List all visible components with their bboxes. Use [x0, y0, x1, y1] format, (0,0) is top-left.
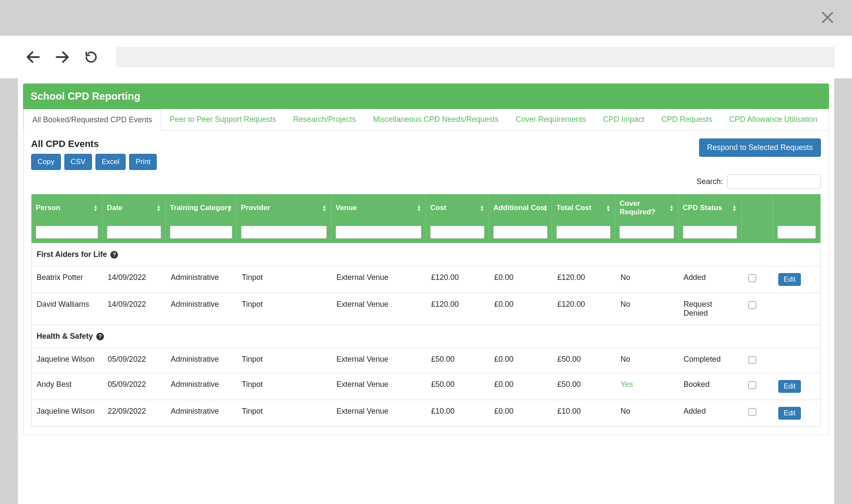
respond-button[interactable]: Respond to Selected Requests: [699, 138, 821, 157]
column-filter[interactable]: [170, 226, 232, 239]
cell: £50.00: [552, 373, 615, 400]
column-filter[interactable]: [336, 226, 421, 239]
column-filter[interactable]: [683, 226, 737, 239]
column-filter[interactable]: [777, 226, 816, 239]
copy-button[interactable]: Copy: [31, 154, 61, 170]
tab-misc[interactable]: Miscellaneous CPD Needs/Requests: [364, 109, 507, 130]
column-filter[interactable]: [107, 226, 161, 239]
close-icon[interactable]: [818, 7, 839, 28]
tab-allowance[interactable]: CPD Allowance Utilisation: [721, 109, 826, 130]
cell: Andy Best: [32, 373, 103, 400]
help-icon[interactable]: ?: [110, 251, 118, 259]
sort-icon[interactable]: ▲▼: [93, 204, 98, 211]
column-header[interactable]: Cost▲▼: [426, 194, 489, 222]
column-header[interactable]: [742, 194, 773, 222]
column-filter[interactable]: [430, 226, 484, 239]
section-title: All CPD Events: [31, 138, 157, 150]
cell: 22/09/2022: [103, 400, 166, 426]
edit-button[interactable]: Edit: [778, 380, 801, 393]
column-header[interactable]: Total Cost▲▼: [552, 194, 615, 222]
help-icon[interactable]: ?: [96, 333, 104, 340]
cell: 14/09/2022: [103, 293, 166, 325]
search-label: Search:: [697, 177, 723, 186]
back-icon[interactable]: [24, 48, 43, 66]
forward-icon[interactable]: [53, 48, 72, 66]
cell: No: [615, 348, 678, 373]
row-select-checkbox[interactable]: [748, 301, 756, 309]
cell: External Venue: [331, 266, 426, 293]
column-header[interactable]: Training Category▲▼: [166, 194, 237, 222]
row-select-checkbox[interactable]: [748, 356, 756, 364]
column-header[interactable]: Provider▲▼: [237, 194, 331, 222]
table-row: Jaqueline Wilson05/09/2022Administrative…: [32, 348, 820, 373]
column-filter[interactable]: [493, 226, 547, 239]
cell: Request Denied: [679, 293, 742, 325]
sort-icon[interactable]: ▲▼: [417, 204, 421, 211]
cell: Added: [679, 400, 742, 426]
column-header[interactable]: Cover Required?▲▼: [615, 194, 678, 222]
column-filter[interactable]: [619, 226, 674, 239]
tabs: All Booked/Requested CPD EventsPeer to P…: [23, 109, 829, 131]
cell: £120.00: [426, 266, 489, 293]
edit-button[interactable]: Edit: [778, 407, 801, 420]
cell: Beatrix Potter: [32, 266, 103, 293]
cell: Jaqueline Wilson: [32, 400, 103, 426]
sort-icon[interactable]: ▲▼: [322, 204, 327, 211]
cell: Added: [679, 266, 742, 293]
column-filter[interactable]: [241, 226, 327, 239]
cell: £10.00: [552, 400, 615, 426]
cell: £120.00: [426, 293, 489, 325]
column-filter[interactable]: [36, 226, 98, 239]
column-header[interactable]: [773, 194, 820, 222]
column-header[interactable]: Date▲▼: [103, 194, 166, 222]
tab-all[interactable]: All Booked/Requested CPD Events: [23, 109, 161, 131]
row-select-checkbox[interactable]: [748, 408, 756, 416]
excel-button[interactable]: Excel: [95, 154, 126, 170]
sort-icon[interactable]: ▲▼: [156, 204, 161, 211]
sort-icon[interactable]: ▲▼: [606, 204, 611, 211]
column-header[interactable]: Additional Cost▲▼: [489, 194, 552, 222]
search-input[interactable]: [727, 174, 821, 189]
edit-button[interactable]: Edit: [778, 273, 801, 286]
cell: Tinpot: [237, 266, 331, 293]
cell: No: [615, 266, 678, 293]
cell: Administrative: [166, 293, 237, 325]
tab-cover[interactable]: Cover Requirements: [507, 109, 595, 130]
csv-button[interactable]: CSV: [64, 154, 92, 170]
tab-peer[interactable]: Peer to Peer Support Requests: [161, 109, 285, 130]
cell: No: [615, 293, 678, 325]
browser-chrome: [0, 36, 852, 78]
cell: Administrative: [166, 373, 237, 400]
sort-icon[interactable]: ▲▼: [732, 204, 737, 211]
column-header[interactable]: Person▲▼: [32, 194, 103, 222]
tab-research[interactable]: Research/Projects: [285, 109, 364, 130]
row-select-checkbox[interactable]: [748, 381, 756, 389]
cell: Tinpot: [237, 348, 331, 373]
column-header[interactable]: CPD Status▲▼: [679, 194, 742, 222]
cell: External Venue: [331, 400, 426, 426]
cell: External Venue: [331, 373, 426, 400]
cell: Completed: [679, 348, 742, 373]
url-bar[interactable]: [116, 47, 835, 67]
print-button[interactable]: Print: [129, 154, 157, 170]
table-row: Jaqueline Wilson22/09/2022Administrative…: [32, 400, 820, 426]
group-header: Health & Safety?: [32, 325, 820, 348]
export-buttons: CopyCSVExcelPrint: [31, 154, 157, 170]
row-select-checkbox[interactable]: [748, 274, 756, 282]
column-filter[interactable]: [556, 226, 610, 239]
tab-impact[interactable]: CPD Impact: [595, 109, 653, 130]
cell: 05/09/2022: [103, 348, 166, 373]
cell: £50.00: [552, 348, 615, 373]
sort-icon[interactable]: ▲▼: [669, 204, 674, 211]
reload-icon[interactable]: [82, 48, 101, 66]
sort-icon[interactable]: ▲▼: [543, 204, 547, 211]
table-row: Beatrix Potter14/09/2022AdministrativeTi…: [32, 266, 820, 293]
cell: £120.00: [552, 293, 615, 325]
cell: External Venue: [331, 293, 426, 325]
cpd-table: Person▲▼Date▲▼Training Category▲▼Provide…: [31, 194, 821, 427]
cell: £0.00: [489, 348, 552, 373]
tab-requests[interactable]: CPD Requests: [653, 109, 721, 130]
sort-icon[interactable]: ▲▼: [480, 204, 484, 211]
column-header[interactable]: Venue▲▼: [331, 194, 426, 222]
sort-icon[interactable]: ▲▼: [227, 204, 232, 211]
